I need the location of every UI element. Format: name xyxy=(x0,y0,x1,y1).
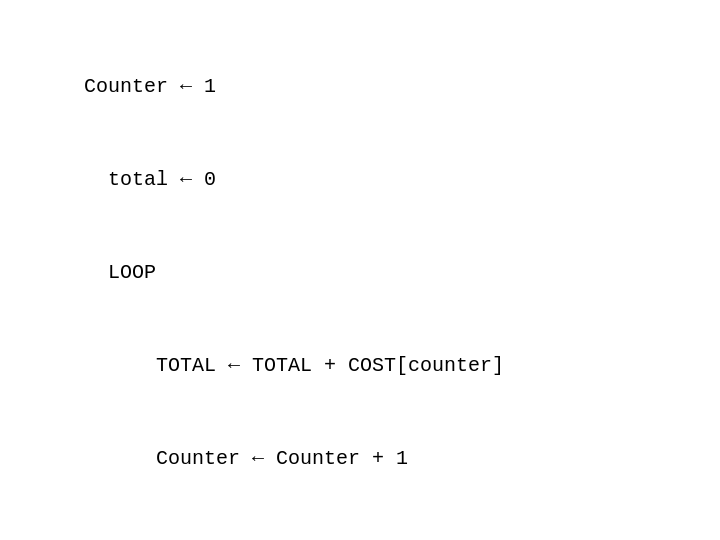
code-line-2: total ← 0 xyxy=(84,168,216,191)
main-content: Counter ← 1 total ← 0 LOOP TOTAL ← TOTAL… xyxy=(36,40,504,540)
code-line-4: TOTAL ← TOTAL + COST[counter] xyxy=(84,354,504,377)
code-line-5: Counter ← Counter + 1 xyxy=(84,447,408,470)
code-line-3: LOOP xyxy=(84,261,156,284)
code-block: Counter ← 1 total ← 0 LOOP TOTAL ← TOTAL… xyxy=(36,40,504,540)
code-line-1: Counter ← 1 xyxy=(84,75,216,98)
